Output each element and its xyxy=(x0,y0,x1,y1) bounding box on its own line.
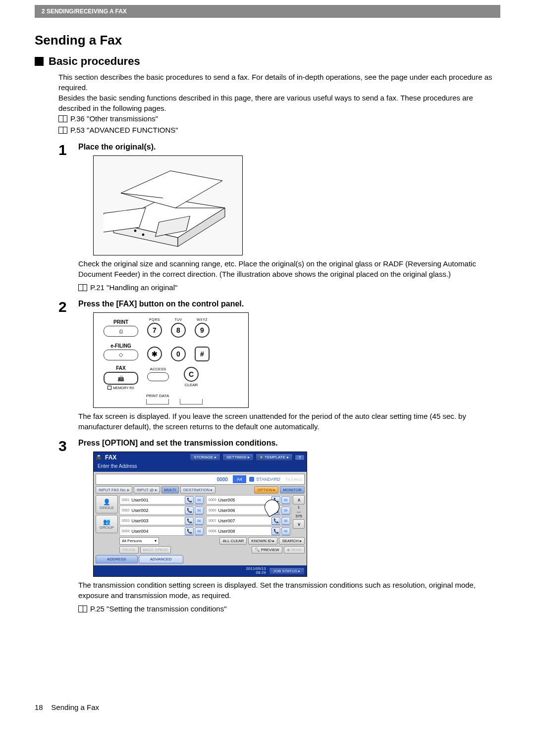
footer-label: Sending a Fax xyxy=(51,703,99,711)
print-button[interactable]: ⎙ xyxy=(104,326,138,337)
input-fax-no-button[interactable]: INPUT FAX No. ▸ xyxy=(96,486,132,494)
chapter-header: 2 SENDING/RECEIVING A FAX xyxy=(35,5,500,18)
step-3-text: The transmission condition setting scree… xyxy=(78,580,500,601)
step-number-1: 1 xyxy=(58,143,71,293)
book-icon xyxy=(58,115,67,122)
all-persons-dropdown[interactable]: All Persons▾ xyxy=(119,537,159,545)
control-panel-illustration: PRINT ⎙ PQRS7 TUV8 WXYZ9 e-FILING ◇ xyxy=(93,312,249,408)
book-icon xyxy=(58,127,67,134)
page-ref-2: P.53 "ADVANCED FUNCTIONS" xyxy=(70,125,178,136)
single-tab[interactable]: 👤SINGLE xyxy=(96,495,118,513)
backspace-button[interactable]: BACK SPACE xyxy=(140,546,171,554)
step-1-text: Check the original size and scanning ran… xyxy=(78,258,500,279)
efiling-button[interactable]: ◇ xyxy=(104,350,138,360)
advanced-tab[interactable]: ADVANCED xyxy=(139,555,183,563)
input-at-button[interactable]: INPUT @ ▸ xyxy=(134,486,160,494)
key-7[interactable]: 7 xyxy=(147,323,162,338)
book-icon xyxy=(78,284,87,291)
fax-dest-icon[interactable]: 📞 xyxy=(185,496,194,504)
datetime-label: 2011/05/13 08:29 xyxy=(246,567,266,575)
svg-point-1 xyxy=(134,230,136,232)
section-title: Basic procedures xyxy=(35,55,500,68)
step-3-title: Press [OPTION] and set the transmission … xyxy=(78,439,500,448)
chapter-text: 2 SENDING/RECEIVING A FAX xyxy=(42,8,127,15)
count-display: 0000 xyxy=(212,477,233,482)
mail-dest-icon[interactable]: ✉ xyxy=(195,496,204,504)
fax-icon: 📠 xyxy=(96,455,101,460)
key-star[interactable]: ✱ xyxy=(147,347,162,361)
key-hash[interactable]: # xyxy=(195,347,210,361)
indicator xyxy=(180,399,203,404)
step-3-ref: P.25 "Setting the transmission condition… xyxy=(90,604,227,614)
known-id-button[interactable]: KNOWN ID ▸ xyxy=(248,537,277,545)
help-button[interactable]: ? xyxy=(295,454,305,460)
fax-label: FAX xyxy=(104,365,138,371)
clear-label: CLEAR xyxy=(184,383,199,387)
search-button[interactable]: SEARCH ▸ xyxy=(279,537,305,545)
page-number: 18 xyxy=(35,703,43,711)
step-2-text: The fax screen is displayed. If you leav… xyxy=(78,411,500,432)
enter-address-label: Enter the Address xyxy=(94,462,307,472)
list-item[interactable]: 0002User002📞✉ xyxy=(119,505,205,515)
print-label: PRINT xyxy=(104,319,138,325)
efiling-label: e-FILING xyxy=(104,343,138,349)
page-footer: 18 Sending a Fax xyxy=(35,703,500,711)
list-item[interactable]: 0004User004📞✉ xyxy=(119,526,205,536)
option-button[interactable]: OPTION ▸ xyxy=(254,486,278,494)
send-button[interactable]: ◆ SEND xyxy=(284,546,305,554)
step-number-2: 2 xyxy=(58,300,71,432)
fax-screen-title: FAX xyxy=(103,454,188,461)
access-label: ACCESS xyxy=(147,367,169,371)
list-item[interactable]: 0008User008📞✉ xyxy=(206,526,291,536)
step-1-ref: P.21 "Handling an original" xyxy=(90,282,177,293)
settings-button[interactable]: SETTINGS▸ xyxy=(222,454,254,461)
list-item[interactable]: 0003User003📞✉ xyxy=(119,516,205,525)
key-9[interactable]: 9 xyxy=(195,323,210,338)
scanner-illustration xyxy=(93,155,243,255)
multi-button[interactable]: MULTI xyxy=(161,486,179,494)
book-icon xyxy=(78,605,87,612)
paper-size-badge: A4 xyxy=(233,475,246,483)
print-data-label: PRINT DATA xyxy=(146,394,242,398)
job-status-button[interactable]: JOB STATUS ▸ xyxy=(269,567,305,575)
key-8[interactable]: 8 xyxy=(171,323,186,338)
section-title-text: Basic procedures xyxy=(49,55,140,68)
list-item[interactable]: 0007User007📞✉ xyxy=(206,516,291,525)
destination-button[interactable]: DESTINATION ▸ xyxy=(180,486,215,494)
step-1-title: Place the original(s). xyxy=(78,143,500,151)
list-item[interactable]: 0001User001📞✉ xyxy=(119,495,205,504)
key-0[interactable]: 0 xyxy=(171,347,186,361)
svg-point-2 xyxy=(142,234,144,236)
storage-button[interactable]: STORAGE▸ xyxy=(190,454,220,461)
step-2-title: Press the [FAX] button on the control pa… xyxy=(78,300,500,308)
indicator xyxy=(146,399,169,404)
scroll-down-button[interactable]: ∨ xyxy=(293,519,305,529)
fax-button[interactable]: 📠 xyxy=(104,372,138,385)
monitor-button[interactable]: MONITOR xyxy=(280,486,305,494)
page-indicator: 1—375 xyxy=(295,505,302,518)
page-title: Sending a Fax xyxy=(35,33,500,48)
address-tab[interactable]: ADDRESS xyxy=(96,555,138,563)
intro-paragraph-1: This section describes the basic procedu… xyxy=(58,72,500,93)
square-bullet-icon xyxy=(35,57,44,66)
key-clear[interactable]: C xyxy=(184,367,199,382)
fax-touchscreen-illustration: 📠 FAX STORAGE▸ SETTINGS▸ ★TEMPLATE▸ ? En… xyxy=(93,452,307,577)
access-button[interactable] xyxy=(147,372,169,381)
intro-paragraph-2: Besides the basic sending functions desc… xyxy=(58,93,500,113)
step-number-3: 3 xyxy=(58,439,71,614)
group-tab[interactable]: 👥GROUP xyxy=(96,515,118,533)
preview-button[interactable]: 🔍 PREVIEW xyxy=(252,546,282,554)
pause-button[interactable]: PAUSE xyxy=(119,546,139,554)
page-ref-1: P.36 "Other transmissions" xyxy=(70,113,158,125)
txrx-label: Tx:1 Rx:2 xyxy=(283,477,304,482)
scroll-up-button[interactable]: ∧ xyxy=(293,495,305,504)
template-button[interactable]: ★TEMPLATE▸ xyxy=(256,454,293,461)
all-clear-button[interactable]: ALL CLEAR xyxy=(219,537,247,545)
standard-badge: STANDARD xyxy=(246,477,283,482)
